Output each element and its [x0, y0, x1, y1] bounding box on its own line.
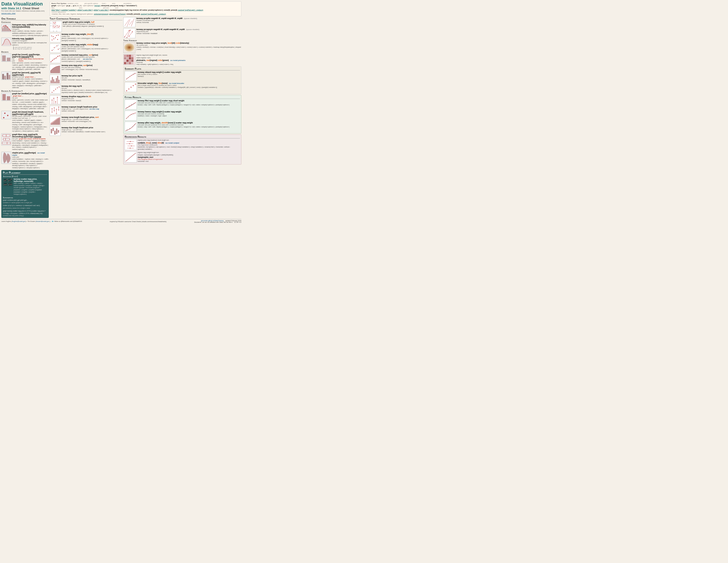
- regress2-cmd: regress price mpg headroom trunk length …: [138, 139, 240, 141]
- svg-point-98: [53, 98, 54, 99]
- marginsplot-subtitle: Plot marginal effects of regression: [138, 158, 240, 160]
- histogram-item: histogram mpg, width(5) freq kdensity kd…: [1, 24, 49, 36]
- svg-rect-144: [131, 57, 133, 59]
- svg-point-131: [129, 36, 129, 37]
- svg-point-48: [54, 23, 55, 24]
- vars-label: variables: y first: [68, 3, 78, 4]
- svg-point-91: [55, 89, 56, 90]
- grouped-bar-content: graph bar (percent), over(rep78) over(fo…: [12, 71, 49, 89]
- histogram-opts: bin(#) • width(#) • density • fraction •…: [12, 30, 49, 36]
- saving-cmd: saving("myPlot.gph", replace): [178, 9, 203, 11]
- svg-point-60: [55, 37, 56, 38]
- bar-median-subtitle: bar plot: [12, 97, 49, 99]
- if-bracket: [if],: [80, 5, 82, 7]
- svg-rect-118: [56, 128, 57, 134]
- bar-median-item: graph bar (median) price, over(foreign) …: [1, 92, 49, 110]
- twoway-bar-thumb: [50, 75, 61, 84]
- subtitle-cheatsheet: Cheat Sheet: [23, 7, 39, 10]
- binscatter-title: binscatter weight mpg, line(none) ssc in…: [138, 82, 240, 84]
- twoway-rarea-thumb: [50, 116, 61, 125]
- svg-rect-86: [58, 80, 60, 83]
- email1-link[interactable]: lhughes@usaid.gov: [12, 220, 26, 222]
- svg-point-56: [58, 27, 59, 28]
- pcspike-content: twoway pcspike wage68 ttl_exp68 wage88 t…: [136, 17, 241, 24]
- contour-content: twoway contour mpg price weight, level(2…: [136, 42, 241, 51]
- twoway-dot-content: twoway dot mpg rep78 dot plot dlcolor(<c…: [62, 85, 122, 94]
- twoway-rarea-subtitle: range plot (y₁ ÷ y₂) with area shading: [62, 118, 122, 120]
- binscatter-thumb: [125, 82, 137, 92]
- pcspike-opts: vertical, horizontal: [136, 21, 241, 24]
- kdensity-thumb: [1, 38, 11, 46]
- svg-rect-11: [7, 73, 8, 79]
- author1: Laura Hughes: [1, 220, 11, 222]
- email2-link[interactable]: tessam@usaid.gov: [36, 220, 49, 222]
- lfitci-title: twoway lfitci mpg weight || scatter mpg …: [138, 100, 240, 102]
- lfitci-opts: level(#) • stdp • stdf • nofit • fitplot…: [138, 104, 240, 106]
- regress3-cmd: regress mpg weight length turn: [138, 151, 240, 154]
- pccapsym-content: twoway pccapsym wage68 ttl_exp68 wage88 …: [136, 28, 241, 35]
- twoway-scatter-opts: jitter(#) • jitterseed(#) • sort • cmiss…: [62, 37, 122, 42]
- binscatter-subtitle: plot a single value (mean or median) for…: [138, 84, 240, 86]
- lfitci-thumb: [125, 100, 137, 109]
- twoway-scatter2-cmd: graph twoway scatter mpg price in 27/74 …: [3, 210, 47, 212]
- svg-point-78: [57, 56, 58, 57]
- svg-text:y₁: y₁: [53, 30, 54, 32]
- marker-etc: <marker, line, text, axis, legend, backg…: [51, 13, 93, 15]
- twoway-rbar-thumb: [50, 126, 61, 136]
- svg-rect-142: [126, 57, 129, 59]
- twoway-rcapsym-subtitle: range plot (y₁ ÷ y₂) with capped lines: [62, 108, 88, 110]
- twoway-dropline-content: twoway dropline mpg price in 1/5 dropped…: [62, 95, 122, 102]
- svg-point-70: [56, 45, 57, 46]
- syntax-box: Basic Plot Syntax: variables: y first pl…: [50, 1, 241, 16]
- plotmatrix-item: regress mpg trunk weight length turn, no…: [123, 54, 241, 65]
- contour-subtitle: 3D contour plot: [136, 44, 241, 46]
- svg-rect-39: [8, 178, 12, 182]
- grouped-bar-thumb: a b c: [1, 71, 11, 80]
- svg-rect-38: [4, 178, 8, 182]
- svg-point-72: [58, 49, 59, 50]
- twoway-rarea-title: twoway rarea length headroom price, sort: [62, 116, 122, 118]
- clear-link[interactable]: sysuse auto, clear: [1, 12, 48, 14]
- pcspike-thumb: [123, 17, 135, 27]
- twoway-connected-svg: [50, 54, 60, 63]
- twoway-bar-opts: vertical • horizontal • base(#) • barwid…: [62, 79, 122, 81]
- axes-label-bot: axes: [79, 7, 82, 9]
- twoway-area-content: twoway area mpg price, sort(price) line …: [62, 64, 122, 71]
- svg-point-158: [135, 73, 135, 73]
- histogram-content: histogram mpg, width(5) freq kdensity kd…: [12, 24, 49, 36]
- geocenter-link[interactable]: geocenter.github.io/StataTraining: [201, 220, 223, 221]
- svg-point-58: [52, 39, 53, 40]
- syntax-row-3: titles axes plot size save: [51, 7, 240, 9]
- svg-point-53: [55, 26, 56, 27]
- twoway-scatter-mlabel-item: 15 21 35 18 twoway scatter mpg weight, m…: [50, 43, 122, 53]
- coefplot-subtitle: Plot regression coefficients: [138, 144, 240, 146]
- twoway-dropline-opts: vertical • horizontal • base(#): [62, 100, 122, 102]
- yscale-cmd: yscale(<options>): [148, 9, 163, 11]
- twoway-area-subtitle: line plot with area shading: [62, 66, 122, 68]
- mband-item: twoway mband mpg weight || scatter mpg w…: [125, 71, 240, 81]
- twoway-dropline-svg: [50, 96, 60, 104]
- disclaimer-text: Disclaimer: we are not affiliated with S…: [194, 221, 233, 223]
- svg-point-159: [126, 90, 127, 91]
- marginsplot-content: regress mpg weight length turn margins, …: [138, 151, 240, 162]
- graph-bar-svg: [2, 54, 11, 62]
- syntax-row-1: Basic Plot Syntax: variables: y first pl…: [51, 2, 240, 4]
- svg-rect-116: [53, 128, 54, 131]
- svg-point-173: [133, 114, 134, 115]
- plot-placement-box: Plot Placement Juxtapose (Facet): [1, 170, 49, 218]
- bar-median-content: graph bar (median) price, over(foreign) …: [12, 92, 49, 110]
- twoway-rbar-title: twoway rbar length headroom price: [62, 126, 122, 129]
- graph-cmd: graph: [51, 5, 56, 7]
- svg-rect-84: [56, 78, 57, 83]
- grouped-bar-opts: (axis) • (percent) • (count) • over(<var…: [12, 78, 49, 89]
- saving2-cmd: saving("myPlot.gph", replace): [141, 13, 166, 15]
- vioplot-svg: [2, 152, 11, 164]
- coefplot-content: regress price mpg headroom trunk length …: [138, 139, 240, 150]
- lowess-content: twoway lowess mpg weight || scatter mpg …: [138, 111, 240, 117]
- graph-bar-opts: axis) • (percent) • (count) • over(<vari…: [12, 62, 49, 70]
- svg-point-128: [126, 37, 127, 38]
- svg-point-77: [56, 58, 56, 58]
- svg-point-74: [51, 61, 51, 62]
- histogram-svg: [2, 24, 11, 32]
- vioplot-thumb: [1, 152, 11, 164]
